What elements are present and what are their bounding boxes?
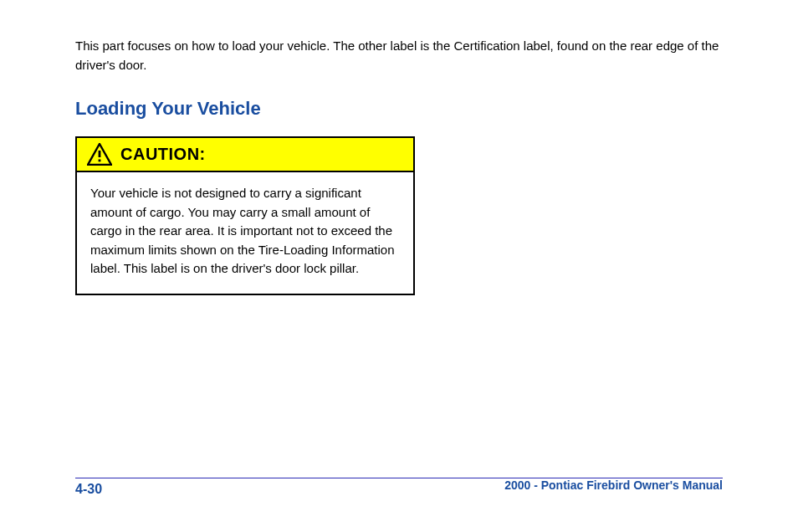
caution-box: CAUTION: Your vehicle is not designed to… xyxy=(75,136,415,295)
warning-triangle-icon xyxy=(87,143,112,166)
page-footer: 4-30 2000 - Pontiac Firebird Owner's Man… xyxy=(75,478,723,497)
svg-rect-2 xyxy=(99,160,101,162)
lead-paragraph: This part focuses on how to load your ve… xyxy=(75,37,723,74)
page-number: 4-30 xyxy=(75,482,102,497)
caution-body-text: Your vehicle is not designed to carry a … xyxy=(77,172,413,294)
section-heading: Loading Your Vehicle xyxy=(75,98,723,120)
caution-header: CAUTION: xyxy=(77,138,413,172)
svg-rect-1 xyxy=(99,151,101,157)
caution-label: CAUTION: xyxy=(120,145,206,164)
section-reference: 2000 - Pontiac Firebird Owner's Manual xyxy=(504,478,723,497)
